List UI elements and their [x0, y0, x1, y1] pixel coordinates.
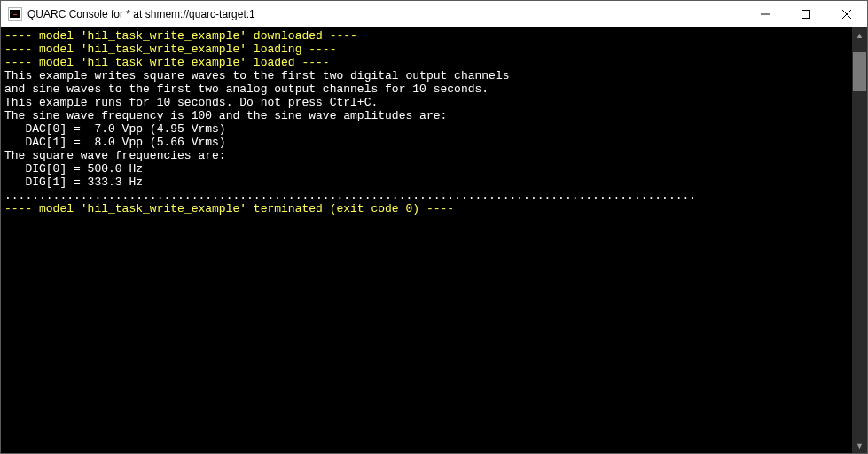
maximize-button[interactable] — [786, 1, 826, 27]
console-line: DAC[1] = 8.0 Vpp (5.66 Vrms) — [4, 136, 848, 149]
console-line: ---- model 'hil_task_write_example' load… — [4, 56, 848, 69]
scrollbar-down-arrow-icon[interactable]: ▼ — [852, 438, 867, 453]
console-line: DIG[1] = 333.3 Hz — [4, 176, 848, 189]
console-line: ---- model 'hil_task_write_example' load… — [4, 43, 848, 56]
app-window: QUARC Console for * at shmem://quarc-tar… — [0, 0, 868, 454]
window-title: QUARC Console for * at shmem://quarc-tar… — [27, 8, 255, 20]
console-line: The square wave frequencies are: — [4, 149, 848, 162]
console-line: ........................................… — [4, 189, 848, 202]
scrollbar-thumb[interactable] — [853, 52, 866, 91]
close-button[interactable] — [826, 1, 867, 27]
console-line: and sine waves to the first two analog o… — [4, 82, 848, 96]
titlebar[interactable]: QUARC Console for * at shmem://quarc-tar… — [1, 1, 867, 27]
console-line: The sine wave frequency is 100 and the s… — [4, 109, 848, 122]
window-buttons — [745, 1, 867, 27]
console-line: ---- model 'hil_task_write_example' down… — [4, 29, 848, 43]
console-line: This example writes square waves to the … — [4, 69, 848, 82]
console-line: ---- model 'hil_task_write_example' term… — [4, 202, 848, 215]
minimize-button[interactable] — [745, 1, 786, 27]
console-line: DIG[0] = 500.0 Hz — [4, 162, 848, 176]
console-line: This example runs for 10 seconds. Do not… — [4, 96, 848, 109]
scrollbar-up-arrow-icon[interactable]: ▲ — [852, 27, 867, 43]
svg-rect-3 — [802, 10, 810, 18]
client-area: ---- model 'hil_task_write_example' down… — [1, 27, 867, 453]
console-output[interactable]: ---- model 'hil_task_write_example' down… — [1, 27, 852, 453]
quarc-console-icon — [8, 7, 22, 21]
vertical-scrollbar[interactable]: ▲ ▼ — [852, 27, 867, 453]
svg-rect-1 — [10, 10, 20, 18]
console-line: DAC[0] = 7.0 Vpp (4.95 Vrms) — [4, 122, 848, 136]
svg-rect-2 — [13, 14, 17, 15]
